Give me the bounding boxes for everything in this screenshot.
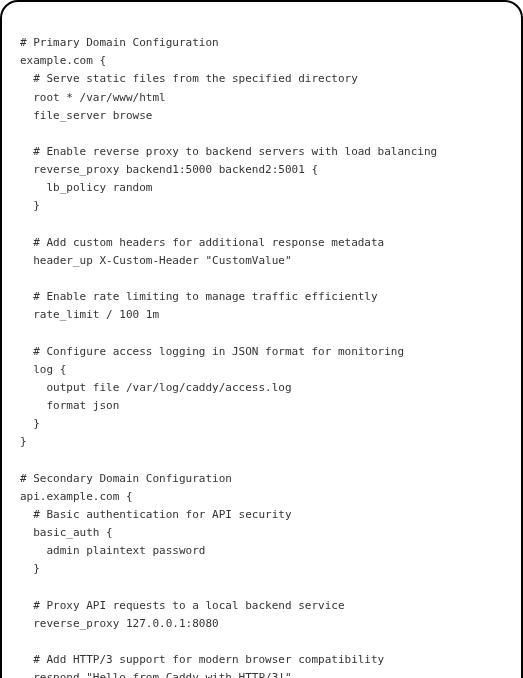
code-line: output file /var/log/caddy/access.log [20,379,503,397]
code-line [20,633,503,651]
code-line: api.example.com { [20,488,503,506]
code-line: } [20,433,503,451]
code-line [20,216,503,234]
code-line: # Configure access logging in JSON forma… [20,343,503,361]
code-line: # Add HTTP/3 support for modern browser … [20,651,503,669]
code-line: # Primary Domain Configuration [20,34,503,52]
code-line: reverse_proxy backend1:5000 backend2:500… [20,161,503,179]
code-line: log { [20,361,503,379]
code-line: basic_auth { [20,524,503,542]
code-line: } [20,560,503,578]
code-line: root * /var/www/html [20,89,503,107]
code-line: admin plaintext password [20,542,503,560]
code-line [20,125,503,143]
code-line: format json [20,397,503,415]
code-line [20,270,503,288]
code-line: lb_policy random [20,179,503,197]
code-line: reverse_proxy 127.0.0.1:8080 [20,615,503,633]
code-line [20,578,503,596]
code-line: respond "Hello from Caddy with HTTP/3!" [20,669,503,678]
code-line [20,324,503,342]
code-line: example.com { [20,52,503,70]
code-line [20,451,503,469]
code-line: # Secondary Domain Configuration [20,470,503,488]
code-line: } [20,197,503,215]
code-line: header_up X-Custom-Header "CustomValue" [20,252,503,270]
code-line: file_server browse [20,107,503,125]
code-line: # Proxy API requests to a local backend … [20,597,503,615]
code-line: # Add custom headers for additional resp… [20,234,503,252]
code-line: # Basic authentication for API security [20,506,503,524]
code-line: # Enable reverse proxy to backend server… [20,143,503,161]
code-line: # Enable rate limiting to manage traffic… [20,288,503,306]
code-block: # Primary Domain Configurationexample.co… [0,0,523,678]
code-line: rate_limit / 100 1m [20,306,503,324]
code-line: } [20,415,503,433]
code-line: # Serve static files from the specified … [20,70,503,88]
